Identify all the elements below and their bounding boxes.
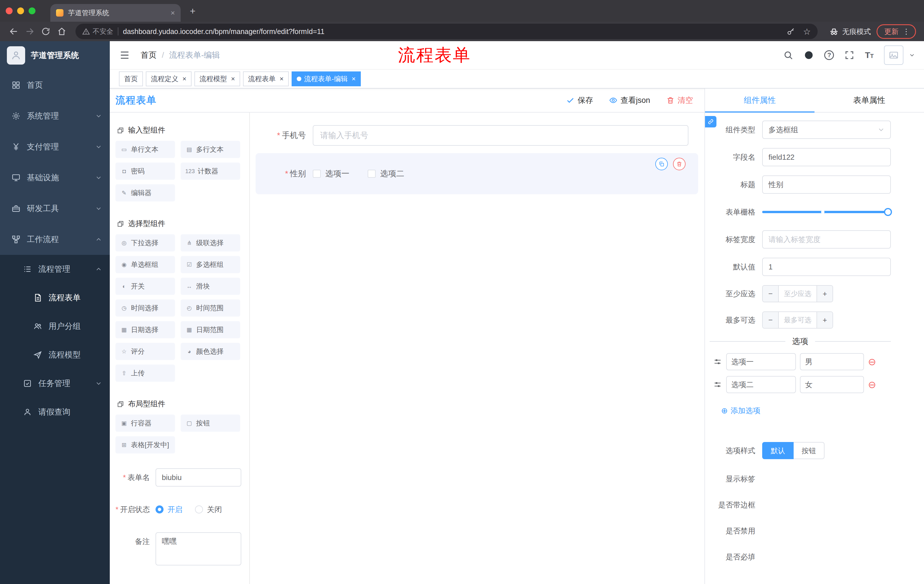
password-key-icon[interactable]	[787, 27, 795, 36]
new-tab-button[interactable]: +	[190, 5, 196, 16]
close-window-button[interactable]	[6, 7, 13, 14]
palette-item-counter[interactable]: 123计数器	[181, 163, 240, 180]
decrease-button[interactable]: −	[763, 312, 779, 328]
sidebar-item-payment[interactable]: 支付管理	[0, 132, 110, 162]
drag-handle-icon[interactable]	[713, 380, 722, 389]
tag-process-definition[interactable]: 流程定义 ×	[146, 71, 191, 86]
home-button[interactable]	[54, 23, 70, 39]
sidebar-item-leave-query[interactable]: 请假查询	[0, 398, 110, 426]
tag-home[interactable]: 首页	[119, 71, 143, 86]
palette-item-date-range[interactable]: ▦日期范围	[181, 321, 240, 338]
palette-item-password[interactable]: ◘密码	[116, 163, 175, 180]
style-default-button[interactable]: 默认	[762, 442, 794, 459]
tag-process-model[interactable]: 流程模型 ×	[195, 71, 240, 86]
palette-item-date-picker[interactable]: ▦日期选择	[116, 321, 175, 338]
zoom-window-button[interactable]	[29, 7, 35, 14]
palette-item-time-picker[interactable]: ◷时间选择	[116, 299, 175, 317]
option-value-input[interactable]	[800, 376, 864, 393]
close-icon[interactable]: ×	[182, 75, 186, 83]
default-value-input[interactable]	[762, 258, 891, 276]
remove-option-icon[interactable]: ⊖	[868, 380, 876, 390]
slider-handle[interactable]	[884, 208, 892, 216]
palette-item-editor[interactable]: ✎编辑器	[116, 184, 175, 201]
remove-option-icon[interactable]: ⊖	[868, 357, 876, 367]
back-button[interactable]	[6, 23, 22, 39]
option-value-input[interactable]	[800, 353, 864, 370]
palette-item-table[interactable]: ⊞表格[开发中]	[116, 436, 175, 453]
sidebar-item-home[interactable]: 首页	[0, 70, 110, 100]
reload-button[interactable]	[38, 23, 54, 39]
palette-item-color-picker[interactable]: ◕颜色选择	[181, 343, 240, 360]
component-type-select[interactable]: 多选框组	[762, 120, 891, 139]
style-button-button[interactable]: 按钮	[794, 442, 825, 459]
option-label-input[interactable]	[726, 376, 796, 393]
stepper-placeholder[interactable]: 至少应选	[779, 286, 817, 302]
form-name-input[interactable]	[155, 468, 241, 487]
browser-tab[interactable]: 芋道管理系统 ×	[50, 4, 181, 22]
radio-open[interactable]: 开启	[155, 505, 182, 515]
tag-process-form-edit[interactable]: 流程表单-编辑 ×	[292, 71, 361, 86]
close-icon[interactable]: ×	[351, 75, 356, 83]
font-size-icon[interactable]: TT	[865, 50, 874, 60]
palette-item-single-text[interactable]: ▭单行文本	[116, 141, 175, 158]
view-json-button[interactable]: 查看json	[609, 95, 650, 105]
address-bar[interactable]: 不安全 dashboard.yudao.iocoder.cn/bpm/manag…	[76, 24, 818, 39]
minimize-window-button[interactable]	[17, 7, 24, 14]
increase-button[interactable]: +	[817, 312, 833, 328]
close-icon[interactable]: ×	[280, 75, 284, 83]
title-input[interactable]	[762, 175, 891, 194]
sidebar-item-process-management[interactable]: 流程管理	[0, 255, 110, 283]
sidebar-item-task-management[interactable]: 任务管理	[0, 369, 110, 398]
palette-item-button[interactable]: ▢按钮	[181, 415, 240, 432]
save-button[interactable]: 保存	[566, 95, 593, 105]
palette-item-time-range[interactable]: ◴时间范围	[181, 299, 240, 317]
palette-item-slider[interactable]: ↔滑块	[181, 278, 240, 295]
sidebar-item-devtools[interactable]: 研发工具	[0, 193, 110, 224]
phone-field-row[interactable]: 手机号	[256, 125, 688, 146]
remark-textarea[interactable]: 嘿嘿	[155, 532, 241, 566]
palette-item-upload[interactable]: ⇧上传	[116, 365, 175, 382]
tag-process-form[interactable]: 流程表单 ×	[243, 71, 289, 86]
slider-track[interactable]	[762, 211, 891, 213]
radio-closed[interactable]: 关闭	[195, 505, 222, 515]
palette-item-row-container[interactable]: ▣行容器	[116, 415, 175, 432]
tab-form-props[interactable]: 表单属性	[815, 89, 924, 112]
stepper-placeholder[interactable]: 最多可选	[779, 312, 817, 328]
avatar-caret-icon[interactable]	[914, 52, 915, 58]
github-icon[interactable]	[804, 50, 814, 60]
add-option-button[interactable]: ⊕ 添加选项	[721, 406, 760, 416]
sidebar-item-system[interactable]: 系统管理	[0, 100, 110, 132]
checkbox-option-2[interactable]: 选项二	[368, 168, 404, 179]
phone-input[interactable]	[313, 125, 688, 146]
app-logo[interactable]: 芋道管理系统	[0, 41, 110, 70]
decrease-button[interactable]: −	[763, 286, 779, 302]
palette-item-radio-group[interactable]: ◉单选框组	[116, 256, 175, 273]
selected-widget-gender[interactable]: 性别 选项一 选项二	[256, 153, 698, 194]
search-icon[interactable]	[783, 50, 794, 60]
grid-slider[interactable]	[762, 203, 891, 221]
fullscreen-icon[interactable]	[844, 50, 855, 60]
palette-item-switch[interactable]: ◐开关	[116, 278, 175, 295]
field-name-input[interactable]	[762, 148, 891, 166]
checkbox-option-1[interactable]: 选项一	[313, 168, 349, 179]
form-canvas[interactable]: 手机号 性别 选项一 选项二	[250, 113, 705, 584]
help-icon[interactable]: ?	[824, 50, 834, 60]
palette-item-rate[interactable]: ☆评分	[116, 343, 175, 360]
delete-widget-button[interactable]	[673, 158, 686, 170]
palette-item-cascader[interactable]: ⋔级联选择	[181, 234, 240, 252]
sidebar-item-workflow[interactable]: 工作流程	[0, 224, 110, 255]
avatar[interactable]	[884, 45, 903, 65]
palette-item-checkbox-group[interactable]: ☑多选框组	[181, 256, 240, 273]
tab-component-props[interactable]: 组件属性	[705, 89, 815, 112]
sidebar-item-process-form[interactable]: 流程表单	[0, 283, 110, 312]
kebab-menu-icon[interactable]: ⋮	[903, 28, 910, 35]
increase-button[interactable]: +	[817, 286, 833, 302]
tab-close-icon[interactable]: ×	[171, 8, 175, 17]
browser-update-menu[interactable]: 更新 ⋮	[876, 24, 916, 39]
security-indicator[interactable]: 不安全	[82, 27, 113, 36]
drag-handle-icon[interactable]	[713, 357, 722, 366]
option-label-input[interactable]	[726, 353, 796, 370]
forward-button[interactable]	[22, 23, 38, 39]
palette-item-select[interactable]: ◎下拉选择	[116, 234, 175, 252]
sidebar-toggle-icon[interactable]	[119, 49, 130, 61]
